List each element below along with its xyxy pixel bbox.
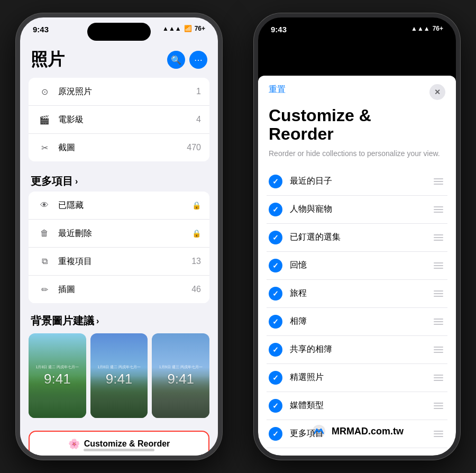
checkmark-icon: ✓ [272, 345, 279, 354]
left-content: 照片 🔍 ⋯ ⊙ 原況照片 1 [20, 44, 218, 456]
list-item-people-pets[interactable]: ✓ 人物與寵物 [267, 196, 447, 224]
list-item-featured[interactable]: ✓ 精選照片 [267, 364, 447, 392]
thumb-inner-2: 1月8日 週二 丙戌年七月一 9:41 [90, 333, 148, 418]
item-label: 截圖 [58, 142, 187, 153]
illustration-icon: ✏ [37, 282, 52, 297]
reorder-icon[interactable] [432, 288, 445, 299]
list-item[interactable]: ✂ 截圖 470 [29, 134, 209, 161]
wallpaper-header[interactable]: 背景圖片建議 › [29, 312, 209, 333]
left-status-icons: ▲▲▲ 📶 76+ [162, 25, 205, 32]
list-item-trips[interactable]: ✓ 旅程 [267, 280, 447, 308]
cinema-icon: 🎬 [37, 112, 52, 127]
checkmark-icon: ✓ [272, 205, 279, 214]
item-label: 人物與寵物 [290, 204, 432, 215]
modal-header: 重置 ✕ [258, 76, 456, 104]
item-label: 相簿 [290, 316, 432, 327]
list-item[interactable]: ⊙ 原況照片 1 [29, 78, 209, 106]
lock-icon: 🔒 [192, 229, 201, 238]
left-status-time: 9:43 [33, 25, 49, 34]
modal-back-button[interactable]: 重置 [269, 84, 286, 95]
modal-subtitle: Reorder or hide collections to personali… [258, 147, 456, 168]
item-label: 共享的相簿 [290, 344, 432, 355]
wallpaper-thumb-3[interactable]: 1月9日 週三 丙戌年七月一 9:41 [152, 333, 209, 418]
wifi-icon: ▲▲▲ [162, 25, 181, 32]
thumb-date-1: 1月8日 週二 丙戌年七月一 [35, 365, 79, 370]
wifi-icon: ▲▲▲ [411, 25, 430, 32]
check-circle: ✓ [269, 231, 282, 244]
customize-btn-label: Customize & Reorder [84, 439, 170, 449]
more-button[interactable]: ⋯ [189, 51, 207, 69]
right-phone-frame: 9:43 ▲▲▲ 76+ 重置 ✕ [254, 13, 460, 460]
thumb-date-3: 1月9日 週三 丙戌年七月一 [159, 365, 203, 370]
list-item-recent-days[interactable]: ✓ 最近的日子 [267, 168, 447, 196]
item-count: 13 [191, 257, 201, 266]
reorder-icon[interactable] [432, 401, 445, 411]
list-item-pinned[interactable]: ✓ 已釘選的選集 [267, 224, 447, 252]
photos-title: 照片 [31, 48, 65, 71]
list-item[interactable]: ✏ 插圖 46 [29, 276, 209, 303]
right-phone-wrapper: 9:43 ▲▲▲ 76+ 重置 ✕ [238, 0, 476, 473]
checkmark-icon: ✓ [272, 261, 279, 270]
thumb-buildings-1 [29, 376, 86, 418]
item-label: 重複項目 [58, 256, 191, 267]
reorder-icon[interactable] [432, 204, 445, 215]
check-circle: ✓ [269, 315, 282, 329]
item-label: 電影級 [58, 114, 196, 125]
customize-reorder-button[interactable]: 🌸 Customize & Reorder [29, 431, 209, 456]
list-item[interactable]: 🎬 電影級 4 [29, 106, 209, 134]
right-dynamic-island [325, 23, 389, 41]
reorder-icon[interactable] [432, 316, 445, 327]
item-label: 插圖 [58, 284, 191, 295]
right-phone-content: 重置 ✕ Customize &Reorder Reorder or hide … [258, 44, 456, 456]
right-status-icons: ▲▲▲ 76+ [411, 25, 443, 32]
check-circle: ✓ [269, 371, 282, 385]
check-circle: ✓ [269, 203, 282, 216]
reorder-icon[interactable] [432, 344, 445, 355]
screenshot-icon: ✂ [37, 140, 52, 155]
right-status-time: 9:43 [271, 25, 287, 34]
hidden-icon: 👁 [37, 198, 52, 213]
list-item[interactable]: ⧉ 重複項目 13 [29, 248, 209, 276]
wallpaper-thumbnails: 1月8日 週二 丙戌年七月一 9:41 1月8日 週二 丙戌年七月一 9:41 [29, 333, 209, 418]
thumb-buildings-3 [152, 376, 209, 418]
modal-close-button[interactable]: ✕ [429, 84, 445, 100]
item-label: 旅程 [290, 288, 432, 299]
lock-icon: 🔒 [192, 201, 201, 210]
check-circle: ✓ [269, 455, 282, 456]
reorder-icon[interactable] [432, 176, 445, 187]
item-label: 最近的日子 [290, 176, 432, 187]
more-section-title: 更多項目 [31, 174, 73, 188]
menu-icon: ⋯ [194, 55, 203, 65]
check-circle: ✓ [269, 259, 282, 272]
check-circle: ✓ [269, 399, 282, 413]
checkmark-icon: ✓ [272, 402, 279, 410]
left-home-indicator [84, 449, 154, 451]
search-icon: 🔍 [171, 55, 181, 65]
photos-logo-icon: 🌸 [68, 438, 80, 450]
list-item-albums[interactable]: ✓ 相簿 [267, 308, 447, 336]
list-item-media-types[interactable]: ✓ 媒體類型 [267, 392, 447, 420]
item-label: 精選照片 [290, 372, 432, 383]
wallpaper-thumb-2[interactable]: 1月8日 週二 丙戌年七月一 9:41 [90, 333, 148, 418]
thumb-inner-3: 1月9日 週三 丙戌年七月一 9:41 [152, 333, 209, 418]
checkmark-icon: ✓ [272, 374, 279, 382]
list-item-shared-albums[interactable]: ✓ 共享的相簿 [267, 336, 447, 364]
more-list: 👁 已隱藏 🔒 🗑 最近刪除 🔒 ⧉ 重複項目 13 [29, 192, 209, 303]
item-label: 原況照片 [58, 86, 196, 97]
check-circle: ✓ [269, 287, 282, 301]
right-home-indicator [322, 449, 392, 451]
list-item[interactable]: 🗑 最近刪除 🔒 [29, 220, 209, 248]
reorder-icon[interactable] [432, 260, 445, 271]
brand-label: MRMAD.com.tw [332, 426, 404, 437]
wallpaper-thumb-1[interactable]: 1月8日 週二 丙戌年七月一 9:41 [29, 333, 86, 418]
list-item-memories[interactable]: ✓ 回憶 [267, 252, 447, 280]
reorder-icon[interactable] [432, 232, 445, 243]
reorder-icon[interactable] [432, 372, 445, 383]
more-section-header[interactable]: 更多項目 › [20, 170, 218, 192]
search-button[interactable]: 🔍 [167, 51, 185, 69]
close-icon: ✕ [434, 88, 441, 96]
list-item[interactable]: 👁 已隱藏 🔒 [29, 192, 209, 220]
photos-header: 照片 🔍 ⋯ [20, 44, 218, 78]
checkmark-icon: ✓ [272, 317, 279, 326]
battery-text: 76+ [433, 25, 443, 32]
